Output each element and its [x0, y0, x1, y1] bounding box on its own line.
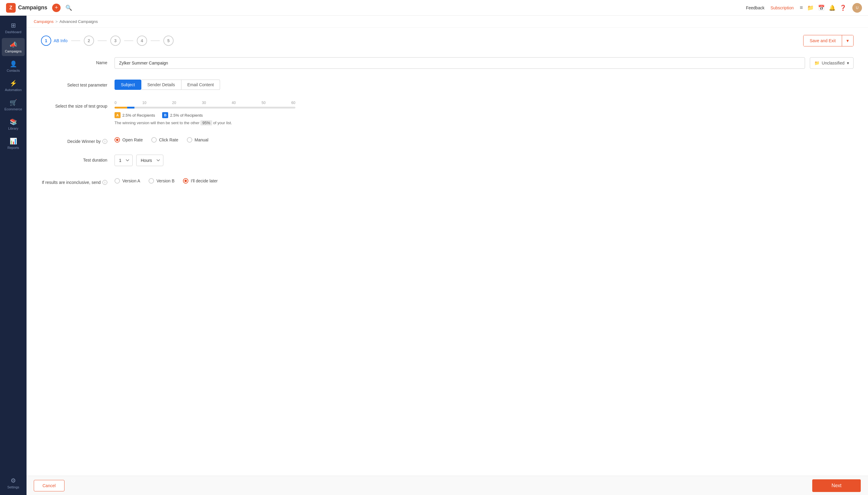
search-icon[interactable]: 🔍 [65, 4, 72, 11]
winner-row: Decide Winner by i Open Rate Click Rate [41, 136, 853, 144]
subscription-link[interactable]: Subscription [770, 5, 794, 10]
breadcrumb-root[interactable]: Campaigns [34, 19, 54, 24]
radio-version-b-circle [149, 178, 154, 184]
winner-control: Open Rate Click Rate Manual [115, 136, 853, 142]
save-exit-button[interactable]: Save and Exit ▼ [803, 35, 853, 47]
breadcrumb-separator: > [55, 19, 58, 24]
name-input[interactable] [115, 57, 805, 69]
sidebar-item-dashboard[interactable]: ⊞ Dashboard [2, 19, 25, 37]
step-connector-1 [71, 40, 80, 41]
radio-version-a[interactable]: Version A [115, 178, 140, 184]
contacts-icon: 👤 [10, 60, 17, 68]
next-button[interactable]: Next [812, 479, 861, 492]
test-group-control: 0 10 20 30 40 50 60 [115, 101, 853, 125]
param-tabs: Subject Sender Details Email Content [115, 80, 853, 90]
slider-labels: 0 10 20 30 40 50 60 [115, 101, 295, 105]
sidebar-item-automation[interactable]: ⚡ Automation [2, 76, 25, 95]
recipient-a-text: 2.5% of Recipients [122, 113, 155, 118]
app-name: Campaigns [18, 4, 47, 11]
sidebar-item-contacts[interactable]: 👤 Contacts [2, 57, 25, 75]
duration-label: Test duration [41, 155, 107, 163]
bell-icon[interactable]: 🔔 [829, 4, 835, 11]
step-5-circle: 5 [163, 36, 174, 46]
folder-dropdown[interactable]: 📁 Unclassified ▾ [810, 57, 853, 69]
dashboard-icon: ⊞ [11, 22, 16, 29]
tab-subject[interactable]: Subject [115, 80, 141, 90]
sidebar-item-library[interactable]: 📚 Library [2, 115, 25, 133]
reports-icon: 📊 [10, 137, 17, 145]
radio-manual-circle [187, 137, 192, 142]
step-1-circle: 1 [41, 36, 51, 46]
name-input-row: 📁 Unclassified ▾ [115, 57, 853, 69]
inconclusive-row: If results are inconclusive, send i Vers… [41, 177, 853, 185]
inconclusive-radio-group: Version A Version B I'll decide later [115, 177, 853, 184]
badge-b-icon: B [162, 112, 168, 118]
radio-manual[interactable]: Manual [187, 137, 209, 142]
sidebar-item-ecommerce[interactable]: 🛒 Ecommerce [2, 96, 25, 114]
folder-dropdown-label: Unclassified [822, 61, 845, 65]
top-nav: Z Campaigns + 🔍 Feedback Subscription ≡ … [0, 0, 868, 16]
slider-container: 0 10 20 30 40 50 60 [115, 101, 295, 125]
add-button[interactable]: + [52, 4, 60, 12]
name-control: 📁 Unclassified ▾ [115, 57, 853, 69]
calendar-icon[interactable]: 📅 [818, 4, 824, 11]
recipient-a-badge: A 2.5% of Recipients [115, 112, 155, 118]
test-param-control: Subject Sender Details Email Content [115, 80, 853, 90]
folder-icon[interactable]: 📁 [807, 4, 814, 11]
main-content: Campaigns > Advanced Campaigns 1 AB Info [27, 16, 868, 495]
percent-badge: 95% [201, 120, 212, 125]
winner-info-icon[interactable]: i [103, 139, 107, 144]
feedback-link[interactable]: Feedback [746, 5, 764, 10]
slider-fill-b [127, 107, 135, 108]
recipient-b-badge: B 2.5% of Recipients [162, 112, 203, 118]
sidebar-item-campaigns[interactable]: 📣 Campaigns [2, 38, 25, 56]
step-1[interactable]: 1 AB Info [41, 36, 68, 46]
step-connector-3 [124, 40, 133, 41]
save-exit-main-button[interactable]: Save and Exit [803, 35, 841, 46]
inconclusive-info-icon[interactable]: i [103, 180, 107, 185]
library-icon: 📚 [10, 118, 17, 125]
step-2-circle: 2 [84, 36, 94, 46]
layout: ⊞ Dashboard 📣 Campaigns 👤 Contacts ⚡ Aut… [0, 16, 868, 495]
radio-click-rate[interactable]: Click Rate [151, 137, 178, 142]
avatar[interactable]: U [852, 3, 862, 13]
test-group-row: Select the size of test group 0 10 20 30… [41, 101, 853, 125]
radio-decide-later-circle [183, 178, 188, 184]
radio-version-a-circle [115, 178, 120, 184]
radio-open-rate[interactable]: Open Rate [115, 137, 143, 142]
duration-number-select[interactable]: 1 2 3 [115, 155, 133, 166]
test-param-row: Select test parameter Subject Sender Det… [41, 80, 853, 90]
step-1-label: AB Info [54, 38, 68, 43]
messages-icon[interactable]: ≡ [800, 4, 803, 11]
step-4[interactable]: 4 [137, 36, 147, 46]
slider-track[interactable] [115, 107, 295, 108]
breadcrumb: Campaigns > Advanced Campaigns [27, 16, 868, 28]
tab-email-content[interactable]: Email Content [181, 80, 220, 90]
name-label: Name [41, 57, 107, 65]
sidebar-label-library: Library [8, 126, 18, 130]
step-2[interactable]: 2 [84, 36, 94, 46]
folder-dropdown-icon: 📁 [814, 61, 819, 65]
cancel-button[interactable]: Cancel [34, 480, 65, 491]
badge-a-icon: A [115, 112, 121, 118]
duration-control: 1 2 3 Hours Days [115, 155, 853, 166]
duration-row: Test duration 1 2 3 Hours Days [41, 155, 853, 166]
save-exit-dropdown[interactable]: ▼ [842, 35, 853, 46]
folder-dropdown-chevron: ▾ [847, 61, 849, 65]
radio-version-b[interactable]: Version B [149, 178, 174, 184]
tab-sender-details[interactable]: Sender Details [141, 80, 181, 90]
sidebar-label-contacts: Contacts [7, 69, 20, 72]
radio-decide-later[interactable]: I'll decide later [183, 178, 218, 184]
wizard-steps: 1 AB Info 2 3 [41, 36, 174, 46]
step-3[interactable]: 3 [110, 36, 121, 46]
sidebar-item-settings[interactable]: ⚙ Settings [2, 474, 25, 492]
step-5[interactable]: 5 [163, 36, 174, 46]
sidebar-item-reports[interactable]: 📊 Reports [2, 134, 25, 153]
logo-icon: Z [6, 3, 16, 13]
duration-selects: 1 2 3 Hours Days [115, 155, 853, 166]
help-icon[interactable]: ❓ [840, 4, 846, 11]
step-3-circle: 3 [110, 36, 121, 46]
radio-click-rate-circle [151, 137, 157, 142]
duration-unit-select[interactable]: Hours Days [136, 155, 163, 166]
recipient-b-text: 2.5% of Recipients [170, 113, 203, 118]
